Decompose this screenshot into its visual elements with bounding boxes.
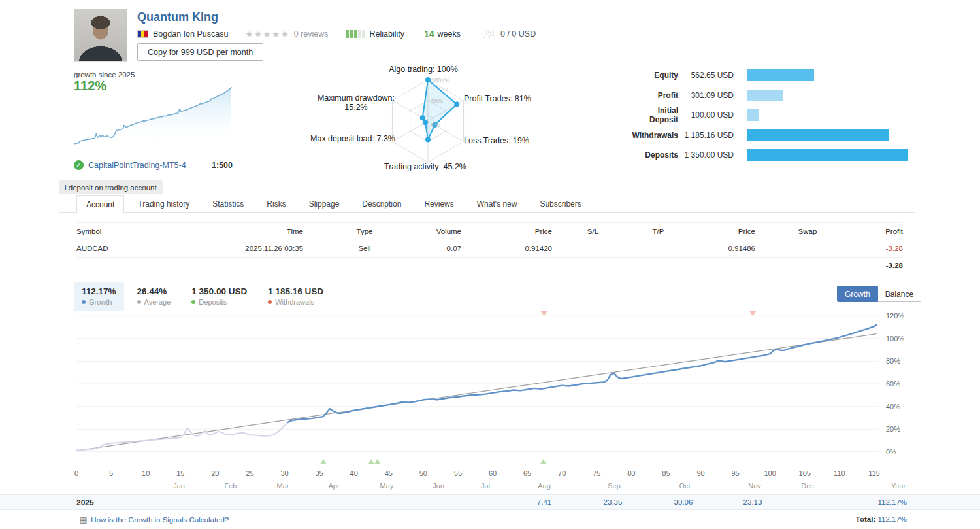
radar-axis-label-profit-trades: Profit Trades: 81% <box>464 94 559 103</box>
x-tick-label: 50 <box>409 469 438 477</box>
chip-average[interactable]: 26.44%Average <box>129 282 179 311</box>
weeks-value: 14 <box>424 29 434 39</box>
x-tick-label: 40 <box>340 469 368 477</box>
balance-value: 1 350.00 USD <box>678 150 734 160</box>
cell-t-p: T/P <box>634 228 683 235</box>
table-total-row: -3.28 <box>76 258 903 273</box>
radar-ring-label: 0% <box>431 122 440 128</box>
y-tick-label: 100% <box>886 335 904 343</box>
cell-type: Sell <box>303 245 426 252</box>
radar-ring-label: 50% <box>431 98 443 105</box>
x-tick-label: 100 <box>756 469 785 477</box>
tab-account[interactable]: Account <box>76 195 124 213</box>
author-name[interactable]: Bogdan Ion Puscasu <box>153 29 228 39</box>
x-tick-label: 90 <box>687 469 715 477</box>
open-trades-table: SymbolTimeTypeVolumePriceS/LT/PPriceSwap… <box>76 222 903 273</box>
balance-bar <box>747 69 814 81</box>
cell-type: Type <box>303 228 426 235</box>
trading-radar-chart: 100+%50%0% Algo trading: 100%Profit Trad… <box>287 62 562 183</box>
chip-value: 26.44% <box>137 286 171 296</box>
tab-risks[interactable]: Risks <box>257 195 295 213</box>
yearly-growth-row: 2025 112.17% 7.4123.3530.0623.13 <box>0 494 980 510</box>
balance-row-deposits: Deposits1 350.00 USD <box>627 149 909 161</box>
copy-signal-button[interactable]: Copy for 999 USD per month <box>137 43 263 61</box>
deposit-marker-icon <box>320 459 327 464</box>
account-balance-bars: Equity562.65 USDProfit301.09 USDInitial … <box>627 67 909 165</box>
x-tick-label: 60 <box>478 469 507 477</box>
chip-label: Withdrawals <box>268 298 323 306</box>
balance-label: Initial Deposit <box>627 106 678 124</box>
tab-trading-history[interactable]: Trading history <box>129 195 199 213</box>
cell-profit: Profit <box>860 228 903 235</box>
monthly-growth-sep: 23.35 <box>590 498 636 506</box>
monthly-growth-oct: 30.06 <box>661 498 706 506</box>
month-label-mar: Mar <box>263 482 302 490</box>
tab-what-s-new[interactable]: What's new <box>468 195 527 213</box>
y-tick-label: 20% <box>886 425 900 433</box>
tab-statistics[interactable]: Statistics <box>203 195 253 213</box>
growth-sparkline-chart <box>74 82 233 147</box>
cell-price: 0.91486 <box>683 245 755 252</box>
x-tick-label: 30 <box>270 469 299 477</box>
balance-view-button[interactable]: Balance <box>878 286 921 302</box>
chip-deposits[interactable]: 1 350.00 USDDeposits <box>184 282 255 311</box>
chip-value: 112.17% <box>82 286 116 296</box>
monthly-growth-aug: 7.41 <box>521 498 567 506</box>
account-row: ✓ CapitalPointTrading-MT5-4 1:500 <box>74 160 233 170</box>
deposit-marker-icon <box>540 459 547 464</box>
chip-label: Average <box>137 298 171 306</box>
signal-title[interactable]: Quantum King <box>137 10 218 24</box>
cell-price: Price <box>683 228 755 235</box>
radar-axis-label-max-deposit-load: Max deposit load: 7.3% <box>310 134 395 143</box>
month-label-jun: Jun <box>419 482 458 490</box>
radar-ring-label: 100+% <box>431 77 449 84</box>
deposit-marker-icon <box>368 459 374 464</box>
table-header-row: SymbolTimeTypeVolumePriceS/LT/PPriceSwap… <box>76 223 903 240</box>
reliability-bars-icon <box>346 30 365 38</box>
footer-total-label: Total: <box>856 515 875 523</box>
balance-label: Deposits <box>627 150 678 160</box>
x-tick-label: 115 <box>860 469 889 477</box>
month-label-dec: Dec <box>788 482 827 490</box>
y-tick-label: 80% <box>886 357 900 365</box>
month-label-sep: Sep <box>595 482 634 490</box>
table-row: AUDCAD2025.11.26 03:35Sell0.070.914200.9… <box>76 240 903 258</box>
reviews-count[interactable]: 0 reviews <box>294 29 329 39</box>
cell-profit: -3.28 <box>860 245 903 252</box>
chip-withdrawals[interactable]: 1 185.16 USDWithdrawals <box>260 282 331 311</box>
x-tick-label: 15 <box>166 469 195 477</box>
header-meta-row: Bogdan Ion Puscasu ★★★★★ 0 reviews Relia… <box>137 29 536 39</box>
x-tick-label: 0 <box>62 469 91 477</box>
chip-growth[interactable]: 112.17%Growth <box>74 282 124 311</box>
x-tick-label: 65 <box>513 469 542 477</box>
balance-bar <box>747 90 783 101</box>
cell-swap: Swap <box>755 228 860 235</box>
cell-symbol: Symbol <box>76 228 155 235</box>
x-tick-label: 80 <box>617 469 645 477</box>
tab-subscribers[interactable]: Subscribers <box>531 195 590 213</box>
growth-view-button[interactable]: Growth <box>837 286 878 302</box>
x-tick-label: 70 <box>547 469 576 477</box>
x-tick-label: 55 <box>444 469 472 477</box>
year-label: 2025 <box>76 498 94 507</box>
balance-bar <box>747 129 889 141</box>
month-label-oct: Oct <box>665 482 704 490</box>
account-name-link[interactable]: CapitalPointTrading-MT5-4 <box>88 161 212 170</box>
romania-flag-icon <box>137 30 148 38</box>
balance-bar <box>747 109 759 121</box>
year-total-value: 112.17% <box>830 498 907 506</box>
cell-price: 0.91420 <box>461 245 552 252</box>
x-tick-label: 20 <box>201 469 229 477</box>
chip-value: 1 350.00 USD <box>191 286 247 296</box>
x-tick-label: 25 <box>235 469 264 477</box>
month-label-apr: Apr <box>314 482 353 490</box>
growth-help-link[interactable]: ▦ How is the Growth in Signals Calculate… <box>80 515 229 524</box>
cell-s-l: S/L <box>552 228 634 235</box>
cell-price: Price <box>461 228 552 235</box>
tab-slippage[interactable]: Slippage <box>300 195 349 213</box>
x-tick-label: 85 <box>651 469 680 477</box>
tab-description[interactable]: Description <box>353 195 410 213</box>
radar-axis-label-loss-trades: Loss Trades: 19% <box>464 136 559 145</box>
month-label-year: Year <box>879 482 918 490</box>
tab-reviews[interactable]: Reviews <box>415 195 463 213</box>
